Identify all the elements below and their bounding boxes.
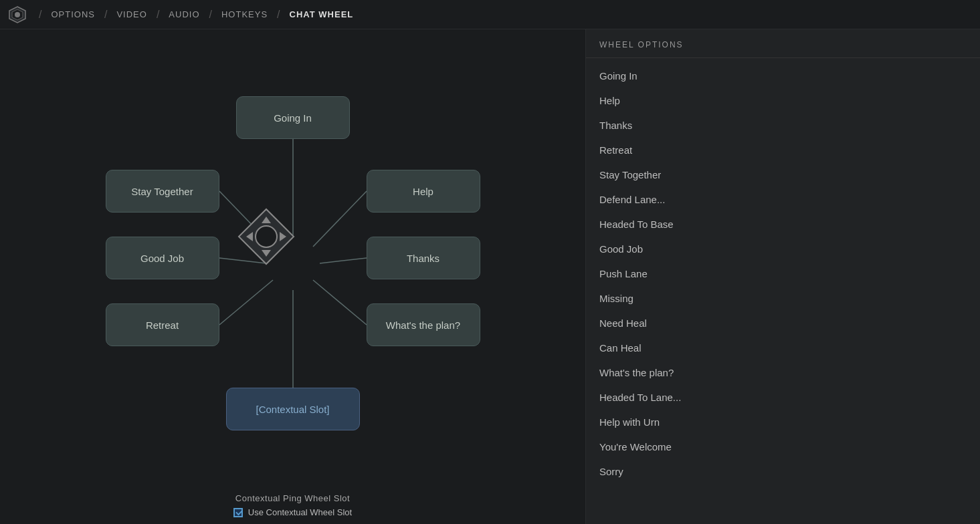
wheel-option-item[interactable]: Headed To Lane... [586,385,980,410]
wheel-footer: Contextual Ping Wheel Slot Use Contextua… [92,493,494,517]
wheel-option-item[interactable]: Push Lane [586,261,980,286]
wheel-btn-left3-label: Retreat [146,319,179,331]
wheel-option-item[interactable]: Good Job [586,237,980,261]
sep1: / [39,9,41,21]
wheel-btn-right2-label: Thanks [407,253,439,264]
svg-line-8 [320,258,367,263]
wheel-options-title: WHEEL OPTIONS [586,40,980,58]
svg-line-7 [313,191,367,247]
wheel-option-item[interactable]: Defend Lane... [586,187,980,212]
wheel-btn-right1[interactable]: Help [367,170,480,213]
footer-checkbox-row: Use Contextual Wheel Slot [92,507,494,517]
arrow-down-icon [262,250,271,257]
wheel-option-item[interactable]: What's the plan? [586,360,980,385]
svg-point-2 [15,12,20,17]
wheel-option-item[interactable]: Retreat [586,138,980,162]
right-panel: WHEEL OPTIONS Going InHelpThanksRetreatS… [585,29,980,524]
center-circle [255,225,278,248]
wheel-container: Going In Stay Together Good Job Retreat … [72,76,514,450]
wheel-option-item[interactable]: Help with Urn [586,410,980,434]
wheel-btn-right3-label: What's the plan? [386,319,460,331]
wheel-btn-bottom-label: [Contextual Slot] [256,404,329,415]
wheel-option-item[interactable]: Going In [586,63,980,88]
wheel-btn-top-label: Going In [274,112,312,124]
footer-label: Contextual Ping Wheel Slot [92,493,494,503]
wheel-options-list[interactable]: Going InHelpThanksRetreatStay TogetherDe… [586,58,980,524]
wheel-option-item[interactable]: Missing [586,286,980,311]
sep4: / [209,9,212,21]
nav-audio[interactable]: AUDIO [166,8,202,21]
arrow-right-icon [280,232,286,241]
wheel-btn-right2[interactable]: Thanks [367,237,480,279]
footer-checkbox-label: Use Contextual Wheel Slot [248,507,352,517]
wheel-btn-left2[interactable]: Good Job [106,237,219,279]
wheel-area: Going In Stay Together Good Job Retreat … [0,29,585,524]
wheel-btn-right3[interactable]: What's the plan? [367,303,480,346]
nav-video[interactable]: VIDEO [114,8,149,21]
svg-line-9 [313,280,367,325]
sep3: / [157,9,159,21]
wheel-btn-left1-label: Stay Together [131,186,193,197]
wheel-option-item[interactable]: Help [586,88,980,113]
top-nav: / OPTIONS / VIDEO / AUDIO / HOTKEYS / CH… [0,0,980,29]
wheel-option-item[interactable]: Can Heal [586,336,980,360]
sep2: / [104,9,107,21]
wheel-btn-left3[interactable]: Retreat [106,303,219,346]
wheel-option-item[interactable]: Stay Together [586,162,980,187]
wheel-center [239,210,293,263]
main-content: Going In Stay Together Good Job Retreat … [0,29,980,524]
wheel-option-item[interactable]: You're Welcome [586,434,980,459]
logo-icon [8,5,27,24]
sep5: / [277,9,280,21]
nav-hotkeys[interactable]: HOTKEYS [219,8,270,21]
wheel-btn-top[interactable]: Going In [236,96,350,139]
arrow-left-icon [246,232,253,241]
nav-options[interactable]: OPTIONS [48,8,98,21]
wheel-btn-bottom[interactable]: [Contextual Slot] [226,388,360,430]
wheel-btn-left2-label: Good Job [140,253,184,264]
wheel-btn-left1[interactable]: Stay Together [106,170,219,213]
arrow-up-icon [262,217,271,223]
wheel-option-item[interactable]: Sorry [586,459,980,484]
wheel-btn-right1-label: Help [413,186,433,197]
nav-chat-wheel[interactable]: CHAT WHEEL [287,8,357,21]
wheel-option-item[interactable]: Thanks [586,113,980,138]
wheel-option-item[interactable]: Headed To Base [586,212,980,237]
svg-line-6 [219,280,273,325]
contextual-checkbox[interactable] [233,508,243,517]
wheel-option-item[interactable]: Need Heal [586,311,980,336]
